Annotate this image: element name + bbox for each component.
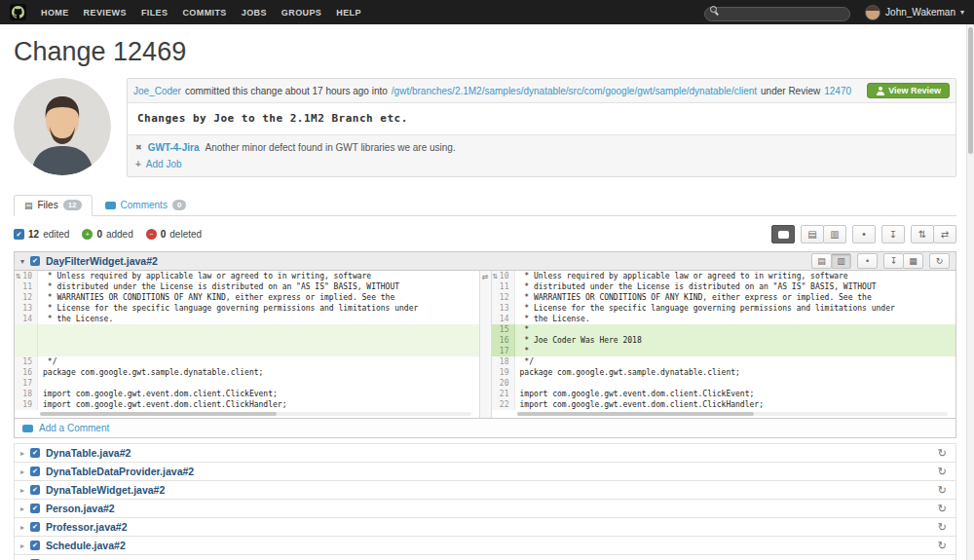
diff-line-new[interactable]: 12 * WARRANTIES OR CONDITIONS OF ANY KIN… [492,292,956,303]
file-row[interactable]: ▸✔DynaTableWidget.java#2↻ [14,480,956,500]
nav-item-reviews[interactable]: REVIEWS [84,8,127,18]
diff-line-new[interactable]: 20 [492,378,956,389]
chevron-right-icon[interactable]: ▸ [20,523,24,532]
side-by-side-view-button[interactable]: ▥ [831,253,851,269]
view-file-button[interactable]: ▦ [903,253,923,269]
download-all-button[interactable]: ↧ [881,225,905,243]
diff-line-old[interactable] [15,335,479,346]
add-job-link[interactable]: Add Job [146,159,182,169]
file-checkbox[interactable]: ✔ [30,256,40,266]
diff-line-old[interactable]: 18import com.google.gwt.event.dom.client… [15,389,479,399]
diff-line-new[interactable]: 14 * the License. [492,314,956,324]
sync-scroll-icon[interactable]: ⇄ [482,273,489,418]
reload-diff-icon[interactable]: ↻ [935,484,950,497]
file-checkbox[interactable]: ✔ [30,467,40,476]
reload-diff-icon[interactable]: ↻ [935,503,950,515]
review-link[interactable]: 12470 [824,86,851,96]
tab-files[interactable]: ▤Files12 [14,195,93,216]
diff-line-old[interactable] [15,324,479,335]
nav-item-jobs[interactable]: JOBS [242,8,267,18]
file-name-link[interactable]: DynaTable.java#2 [46,447,131,459]
nav-item-groups[interactable]: GROUPS [281,8,321,18]
commit-author-link[interactable]: Joe_Coder [133,86,181,96]
diff-line-new[interactable]: 11 * distributed under the License is di… [492,281,956,292]
file-name-link[interactable]: Professor.java#2 [46,521,127,533]
user-menu[interactable]: John_Wakeman ▾ [865,5,964,20]
diff-line-new[interactable]: 17 * [492,346,956,356]
nav-item-home[interactable]: HOME [41,8,69,18]
toggle-comments-button[interactable] [771,225,795,243]
file-row[interactable]: ▸✔Person.java#2↻ [14,499,956,518]
horizontal-scrollbar[interactable] [517,412,949,416]
hscroll-thumb[interactable] [40,412,277,416]
diff-line-old[interactable] [15,346,479,356]
download-file-button[interactable]: ↧ [883,253,904,269]
file-name-link[interactable]: Person.java#2 [46,503,115,514]
page-scrollbar[interactable] [966,24,974,560]
diff-line-old[interactable]: 14 * the License. [15,314,479,324]
file-checkbox[interactable]: ✔ [30,541,40,550]
unified-view-button[interactable]: ▤ [811,253,832,269]
chevron-right-icon[interactable]: ▸ [20,541,24,550]
nav-item-help[interactable]: HELP [336,8,361,18]
diff-line-old[interactable]: 13 * License for the specific language g… [15,303,479,314]
file-row[interactable]: ▸✔SchoolCalendarService.java#2↻ [14,554,956,560]
tab-comments[interactable]: Comments0 [94,195,198,216]
job-link[interactable]: GWT-4-Jira [148,142,200,153]
commit-path-link[interactable]: /gwt/branches/2.1M2/samples/dynatable/sr… [392,86,757,96]
chevron-right-icon[interactable]: ▸ [20,449,24,458]
diff-line-new[interactable]: 10 * Unless required by applicable law o… [492,271,956,281]
diff-file-name[interactable]: DayFilterWidget.java#2 [46,255,158,267]
diff-line-new[interactable]: 22import com.google.gwt.event.dom.client… [492,399,956,410]
file-checkbox[interactable]: ✔ [30,448,40,458]
side-by-side-view-button[interactable]: ▥ [823,225,846,243]
scrollbar-thumb[interactable] [968,27,973,154]
collapse-caret-icon[interactable]: ▾ [20,257,24,266]
diff-line-old[interactable]: 10 * Unless required by applicable law o… [15,271,479,281]
reload-diff-icon[interactable]: ↻ [935,540,950,552]
file-checkbox[interactable]: ✔ [30,504,40,513]
reload-diff-icon[interactable]: ↻ [935,521,950,534]
chevron-right-icon[interactable]: ▸ [20,467,24,476]
diff-line-new[interactable]: 18 */ [492,356,956,367]
file-row[interactable]: ▸✔DynaTableDataProvider.java#2↻ [14,462,956,481]
more-options-button[interactable]: • [852,225,876,243]
app-logo-icon[interactable] [10,4,26,20]
fit-width-button[interactable]: ⇄ [933,225,956,243]
diff-line-old[interactable]: 17 [15,378,479,389]
unified-view-button[interactable]: ▤ [801,225,824,243]
more-options-button[interactable]: • [857,253,878,269]
hscroll-thumb[interactable] [517,412,754,416]
diff-line-old[interactable]: 15 */ [15,356,479,367]
refresh-file-button[interactable]: ↻ [929,253,950,269]
file-checkbox[interactable]: ✔ [30,522,40,532]
nav-item-files[interactable]: FILES [141,8,169,18]
horizontal-scrollbar[interactable] [40,412,471,416]
nav-item-commits[interactable]: COMMITS [182,8,226,18]
diff-line-new[interactable]: 13 * License for the specific language g… [492,303,956,314]
search-input[interactable] [704,7,850,21]
diff-line-old[interactable]: 11 * distributed under the License is di… [15,281,479,292]
add-comment-link[interactable]: Add a Comment [39,423,109,433]
remove-job-icon[interactable]: ✖ [135,143,142,152]
diff-line-new[interactable]: 15 * [492,324,956,335]
chevron-right-icon[interactable]: ▸ [20,486,24,495]
diff-line-new[interactable]: 21import com.google.gwt.event.dom.client… [492,389,956,399]
file-row[interactable]: ▸✔Schedule.java#2↻ [14,536,956,555]
diff-line-new[interactable]: 16 * Joe Coder Was Here 2018 [492,335,956,346]
diff-line-old[interactable]: 16package com.google.gwt.sample.dynatabl… [15,367,479,378]
chevron-right-icon[interactable]: ▸ [20,504,24,513]
file-name-link[interactable]: Schedule.java#2 [46,540,126,551]
file-name-link[interactable]: DynaTableDataProvider.java#2 [46,466,194,477]
file-name-link[interactable]: DynaTableWidget.java#2 [46,484,165,496]
expand-all-button[interactable]: ⇅ [911,225,934,243]
view-review-button[interactable]: View Review [867,83,950,98]
expand-lines-icon[interactable]: ⇅ [493,271,499,281]
reload-diff-icon[interactable]: ↻ [935,447,950,460]
diff-line-new[interactable]: 19package com.google.gwt.sample.dynatabl… [492,367,956,378]
file-checkbox[interactable]: ✔ [30,485,40,495]
file-row[interactable]: ▸✔Professor.java#2↻ [14,517,956,537]
diff-line-old[interactable]: 12 * WARRANTIES OR CONDITIONS OF ANY KIN… [15,292,479,303]
diff-line-old[interactable]: 19import com.google.gwt.event.dom.client… [15,399,479,410]
reload-diff-icon[interactable]: ↻ [935,466,950,478]
